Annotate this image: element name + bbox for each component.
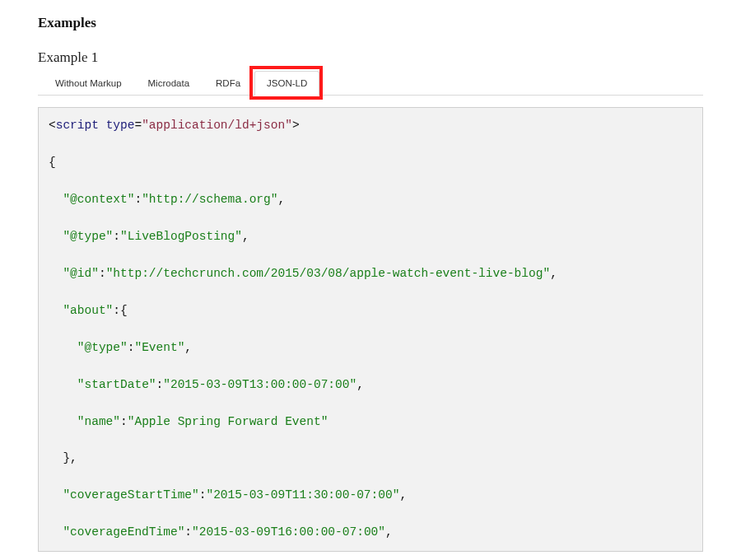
code-token: "@type" [63, 230, 113, 243]
code-token: script [56, 119, 99, 132]
tab-json-ld[interactable]: JSON-LD [254, 71, 319, 96]
heading-examples: Examples [38, 15, 703, 31]
code-token: "@type" [77, 341, 128, 354]
code-token: type [106, 119, 135, 132]
code-token [49, 193, 63, 206]
code-token: "application/ld+json" [142, 119, 292, 132]
code-token: "coverageEndTime" [63, 525, 184, 539]
code-token: > [292, 119, 300, 132]
code-token: "Event" [134, 341, 184, 354]
page: Examples Example 1 Without MarkupMicroda… [0, 0, 741, 552]
heading-example-1: Example 1 [38, 49, 703, 66]
code-token: : [134, 193, 142, 206]
code-token: "2015-03-09T13:00:00-07:00" [163, 378, 357, 391]
code-token: "startDate" [77, 378, 156, 391]
tab-microdata[interactable]: Microdata [136, 71, 203, 95]
code-token: , [277, 193, 285, 206]
code-token: : [99, 267, 106, 280]
code-token [49, 230, 63, 243]
code-token: : [184, 525, 192, 539]
code-token: "about" [63, 304, 113, 317]
code-token: "@context" [63, 193, 134, 206]
code-token [99, 119, 106, 132]
code-token: "name" [77, 415, 120, 428]
code-token: : [120, 415, 128, 428]
code-token: "coverageStartTime" [63, 488, 198, 502]
code-token: : [113, 230, 120, 243]
code-token [49, 267, 63, 280]
code-token: , [385, 525, 393, 539]
code-token [49, 378, 77, 391]
tabs-bar: Without MarkupMicrodataRDFaJSON-LD [38, 71, 703, 96]
code-token [49, 304, 63, 317]
code-token [49, 415, 77, 428]
code-token: , [357, 378, 364, 391]
code-token: , [184, 341, 192, 354]
code-token: : [156, 378, 164, 391]
tab-rdfa[interactable]: RDFa [203, 71, 253, 95]
code-token: "Apple Spring Forward Event" [128, 415, 329, 428]
code-token: "http://schema.org" [142, 193, 277, 206]
code-token: "http://techcrunch.com/2015/03/08/apple-… [106, 267, 551, 280]
code-token: = [134, 119, 142, 132]
code-token [49, 525, 63, 539]
code-token: "2015-03-09T16:00:00-07:00" [192, 525, 385, 539]
code-block: <script type="application/ld+json"> { "@… [38, 107, 703, 552]
code-token: , [550, 267, 557, 280]
code-token: { [49, 156, 56, 169]
code-token: , [242, 230, 249, 243]
code-token: "@id" [63, 267, 99, 280]
code-token: "LiveBlogPosting" [120, 230, 242, 243]
code-token: < [49, 119, 56, 132]
code-token: , [399, 488, 407, 502]
tab-without-markup[interactable]: Without Markup [43, 71, 134, 95]
code-token [49, 488, 63, 502]
code-token: :{ [113, 304, 127, 317]
code-token [49, 341, 77, 354]
code-token: "2015-03-09T11:30:00-07:00" [206, 488, 399, 502]
code-token: }, [49, 451, 77, 464]
